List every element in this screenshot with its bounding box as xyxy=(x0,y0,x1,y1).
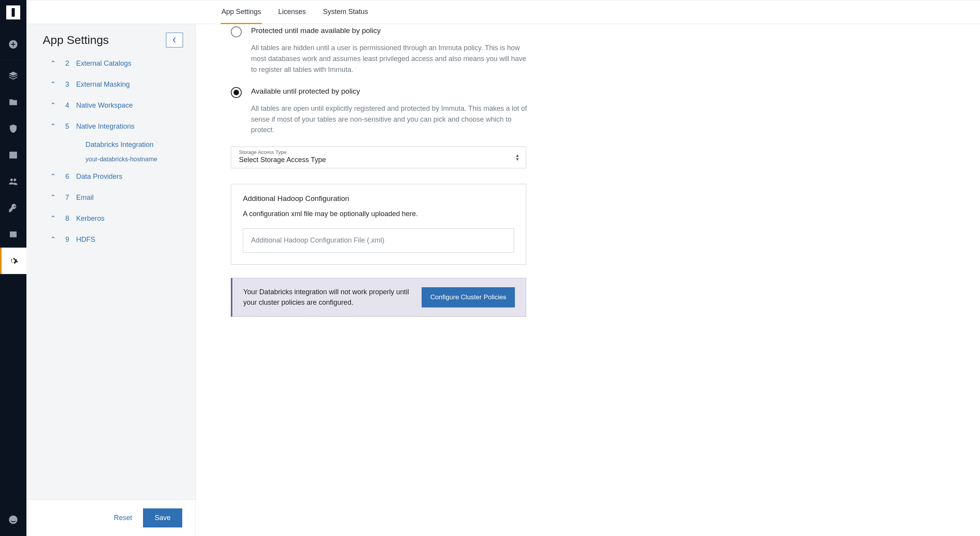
chevron-up-icon: ⌃ xyxy=(50,193,56,202)
tab-licenses[interactable]: Licenses xyxy=(277,0,307,24)
nav-label: Native Integrations xyxy=(76,122,134,131)
unfold-icon: ▴▾ xyxy=(516,154,519,162)
settings-title: App Settings xyxy=(43,33,109,47)
storage-access-type-select[interactable]: Storage Access Type Select Storage Acces… xyxy=(231,147,526,168)
nav-label: Native Workspace xyxy=(76,101,133,110)
settings-footer: Reset Save xyxy=(26,499,195,536)
cluster-policy-alert: Your Databricks integration will not wor… xyxy=(231,278,526,317)
select-label: Storage Access Type xyxy=(239,149,518,155)
chevron-up-icon: ⌃ xyxy=(50,214,56,223)
select-value: Select Storage Access Type xyxy=(239,156,518,164)
settings-icon[interactable] xyxy=(0,248,26,274)
logout-icon[interactable] xyxy=(0,506,26,533)
card-icon[interactable] xyxy=(0,221,26,248)
nav-email[interactable]: ⌃ 7 Email xyxy=(43,187,187,208)
nav-native-integrations[interactable]: ⌃ 5 Native Integrations xyxy=(43,116,187,137)
reset-button[interactable]: Reset xyxy=(114,514,132,522)
settings-nav-list: ⌃ 2 External Catalogs ⌃ 3 External Maski… xyxy=(26,51,195,499)
nav-label: External Catalogs xyxy=(76,59,131,68)
radio-protected[interactable] xyxy=(231,26,242,37)
radio-protected-desc: All tables are hidden until a user is pe… xyxy=(251,43,531,75)
settings-content: Protected until made available by policy… xyxy=(196,24,980,536)
nav-external-masking[interactable]: ⌃ 3 External Masking xyxy=(43,74,187,95)
radio-available-label: Available until protected by policy xyxy=(251,87,360,98)
nav-label: HDFS xyxy=(76,236,95,244)
radio-available-desc: All tables are open until explicitly reg… xyxy=(251,103,531,136)
nav-index: 4 xyxy=(63,101,69,110)
hadoop-desc: A configuration xml file may be optional… xyxy=(243,210,514,218)
chevron-up-icon: ⌃ xyxy=(50,172,56,181)
key-icon[interactable] xyxy=(0,195,26,221)
chevron-up-icon: ⌃ xyxy=(50,101,56,110)
left-nav-rail xyxy=(0,0,26,536)
terminal-icon[interactable] xyxy=(0,142,26,168)
nav-index: 8 xyxy=(63,215,69,223)
nav-index: 3 xyxy=(63,80,69,89)
nav-external-catalogs[interactable]: ⌃ 2 External Catalogs xyxy=(43,53,187,74)
radio-protected-label: Protected until made available by policy xyxy=(251,26,381,37)
hadoop-title: Additional Hadoop Configuration xyxy=(243,194,514,203)
layers-icon[interactable] xyxy=(0,63,26,89)
nav-label: Kerberos xyxy=(76,215,105,223)
hadoop-config-card: Additional Hadoop Configuration A config… xyxy=(231,184,526,265)
logo xyxy=(6,5,20,19)
configure-cluster-policies-button[interactable]: Configure Cluster Policies xyxy=(422,287,515,307)
nav-index: 2 xyxy=(63,59,69,68)
nav-index: 9 xyxy=(63,236,69,244)
add-icon[interactable] xyxy=(0,31,26,58)
collapse-sidebar-button[interactable] xyxy=(166,33,183,47)
nav-label: Email xyxy=(76,194,94,202)
nav-index: 5 xyxy=(63,122,69,131)
chevron-up-icon: ⌃ xyxy=(50,59,56,68)
nav-databricks-integration[interactable]: Databricks Integration xyxy=(43,137,187,152)
alert-text: Your Databricks integration will not wor… xyxy=(243,287,412,308)
main-area: App Settings Licenses System Status App … xyxy=(26,0,980,536)
nav-kerberos[interactable]: ⌃ 8 Kerberos xyxy=(43,208,187,229)
nav-data-providers[interactable]: ⌃ 6 Data Providers xyxy=(43,166,187,187)
chevron-up-icon: ⌃ xyxy=(50,122,56,131)
nav-index: 6 xyxy=(63,173,69,181)
radio-available[interactable] xyxy=(231,87,242,98)
settings-sidebar: App Settings ⌃ 2 External Catalogs ⌃ 3 E… xyxy=(26,24,196,536)
chevron-up-icon: ⌃ xyxy=(50,80,56,89)
nav-index: 7 xyxy=(63,194,69,202)
nav-databricks-hostname[interactable]: your-databricks-hostname xyxy=(43,152,187,166)
users-icon[interactable] xyxy=(0,168,26,195)
policy-radio-group: Protected until made available by policy… xyxy=(231,26,957,136)
save-button[interactable]: Save xyxy=(143,508,182,527)
folder-icon[interactable] xyxy=(0,89,26,115)
nav-label: Data Providers xyxy=(76,173,122,181)
nav-hdfs[interactable]: ⌃ 9 HDFS xyxy=(43,229,187,250)
hadoop-file-upload[interactable]: Additional Hadoop Configuration File (.x… xyxy=(243,228,514,253)
nav-label: External Masking xyxy=(76,80,130,89)
shield-icon[interactable] xyxy=(0,115,26,142)
top-tabs: App Settings Licenses System Status xyxy=(26,0,980,24)
tab-system-status[interactable]: System Status xyxy=(322,0,369,24)
chevron-up-icon: ⌃ xyxy=(50,235,56,244)
nav-native-workspace[interactable]: ⌃ 4 Native Workspace xyxy=(43,95,187,116)
tab-app-settings[interactable]: App Settings xyxy=(221,0,262,24)
